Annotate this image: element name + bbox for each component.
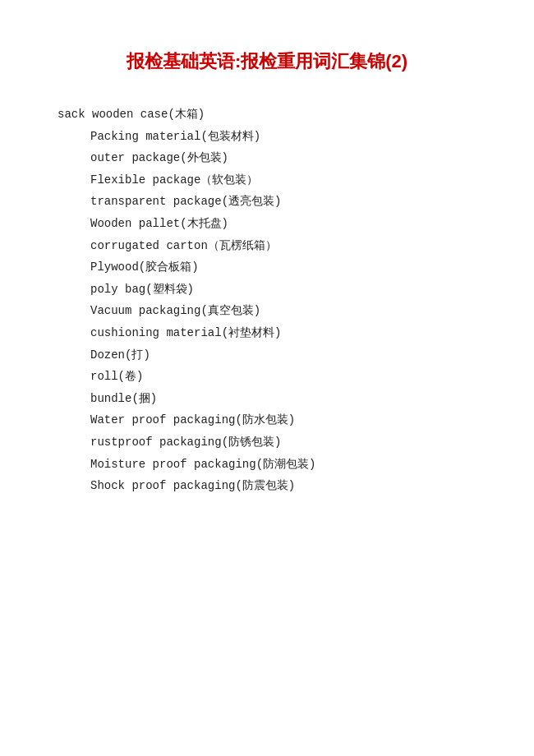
list-item: sack wooden case(木箱) <box>58 104 476 126</box>
list-item: Shock proof packaging(防震包装) <box>58 475 476 497</box>
page-title: 报检基础英语:报检重用词汇集锦(2) <box>58 49 476 74</box>
list-item: corrugated carton（瓦楞纸箱） <box>58 235 476 257</box>
list-item: Water proof packaging(防水包装) <box>58 409 476 431</box>
list-item: Vacuum packaging(真空包装) <box>58 300 476 322</box>
list-item: roll(卷) <box>58 366 476 388</box>
list-item: bundle(捆) <box>58 388 476 410</box>
list-item: Wooden pallet(木托盘) <box>58 213 476 235</box>
list-item: Packing material(包装材料) <box>58 126 476 148</box>
list-item: transparent package(透亮包装) <box>58 191 476 213</box>
list-item: Flexible package（软包装） <box>58 169 476 191</box>
list-item: outer package(外包装) <box>58 147 476 169</box>
list-item: Moisture proof packaging(防潮包装) <box>58 454 476 476</box>
list-item: Plywood(胶合板箱) <box>58 256 476 279</box>
list-item: rustproof packaging(防锈包装) <box>58 431 476 454</box>
list-item: poly bag(塑料袋) <box>58 279 476 301</box>
list-item: cushioning material(衬垫材料) <box>58 322 476 344</box>
vocab-list: sack wooden case(木箱)Packing material(包装材… <box>58 104 476 497</box>
list-item: Dozen(打) <box>58 344 476 366</box>
